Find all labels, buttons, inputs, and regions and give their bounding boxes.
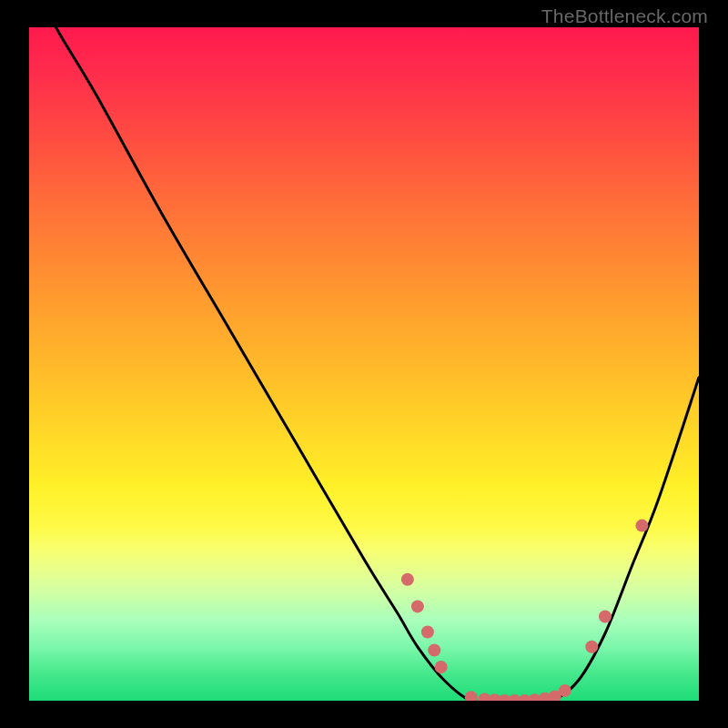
highlight-point: [465, 691, 478, 701]
highlight-point: [585, 641, 598, 653]
highlight-point: [401, 573, 414, 586]
highlight-point: [411, 600, 424, 612]
highlight-point: [599, 611, 612, 623]
watermark-text: TheBottleneck.com: [541, 5, 708, 27]
chart-container: TheBottleneck.com: [0, 0, 728, 728]
highlight-point: [435, 661, 448, 673]
bottleneck-curve: [29, 27, 699, 701]
highlight-point: [559, 684, 571, 697]
highlight-point: [635, 520, 648, 532]
highlight-point: [421, 626, 434, 639]
plot-area: [29, 27, 699, 701]
highlight-point: [428, 644, 440, 657]
curve-svg: [29, 27, 699, 701]
curve-group: [29, 27, 699, 701]
